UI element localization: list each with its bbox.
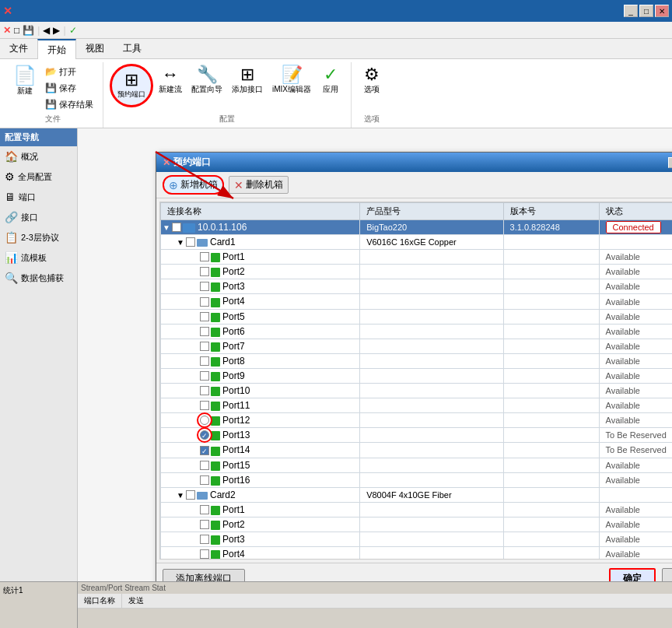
table-row[interactable]: Port2Available [161, 517, 673, 532]
row-checkbox[interactable] [186, 237, 195, 247]
row-version-cell [503, 472, 599, 487]
table-row[interactable]: Port4Available [161, 547, 673, 560]
table-row[interactable]: ▼Card2V8004F 4x10GE Fiber [161, 487, 673, 502]
dialog-minimize-btn[interactable]: _ [668, 157, 672, 168]
ribbon-btn-newflow[interactable]: ↔ 新建流 [155, 64, 186, 97]
expand-icon[interactable]: ▼ [177, 491, 186, 500]
row-checkbox[interactable] [200, 252, 209, 261]
sidebar-item-ports[interactable]: 🖥 端口 [0, 187, 77, 207]
table-row[interactable]: ✓Port14To Be Reserved [161, 443, 673, 458]
row-checkbox[interactable] [200, 386, 209, 395]
qa-check-icon[interactable]: ✓ [69, 25, 77, 36]
sidebar-item-global[interactable]: ⚙ 全局配置 [0, 167, 77, 187]
sidebar-item-flow[interactable]: 📊 流模板 [0, 247, 77, 268]
table-row[interactable]: Port3Available [161, 532, 673, 546]
expand-icon[interactable]: ▼ [177, 238, 186, 247]
row-checkbox[interactable] [200, 371, 209, 381]
table-row[interactable]: Port1Available [161, 250, 673, 265]
sidebar-interfaces-label: 接口 [21, 212, 38, 223]
table-row[interactable]: Port10Available [161, 384, 673, 398]
table-row[interactable]: Port12Available [161, 413, 673, 428]
table-row[interactable]: Port2Available [161, 265, 673, 279]
sidebar-item-capture[interactable]: 🔍 数据包捕获 [0, 268, 77, 288]
port-tree-table-container[interactable]: 连接名称 产品型号 版本号 状态 ▼10.0.11.106BigTao2203.… [159, 202, 672, 560]
row-checkbox[interactable] [200, 401, 209, 410]
dialog-title-buttons: _ □ ✕ [668, 157, 672, 168]
qa-x-icon: ✕ [3, 25, 11, 36]
menu-tab-start[interactable]: 开始 [37, 39, 76, 59]
row-checkbox[interactable] [200, 267, 209, 276]
ribbon-btn-options[interactable]: ⚙ 选项 [358, 64, 386, 97]
sidebar-item-interfaces[interactable]: 🔗 接口 [0, 207, 77, 227]
ribbon-group-options: ⚙ 选项 选项 [352, 62, 392, 128]
table-row[interactable]: Port8Available [161, 353, 673, 368]
ribbon-btn-save[interactable]: 💾 保存 [42, 80, 96, 96]
row-checkbox[interactable] [200, 297, 209, 307]
qa-back-icon[interactable]: ◀ [43, 25, 50, 36]
row-name-cell: ▼Card1 [161, 235, 360, 250]
row-checkbox[interactable] [200, 342, 209, 351]
row-checkbox[interactable] [200, 461, 209, 470]
row-checkbox[interactable]: ✓ [200, 430, 209, 440]
row-model-cell [360, 353, 503, 368]
table-row[interactable]: Port9Available [161, 368, 673, 383]
qa-forward-icon[interactable]: ▶ [53, 25, 60, 36]
maximize-button[interactable]: □ [639, 5, 653, 17]
add-chassis-button[interactable]: ⊕ 新增机箱 [163, 175, 224, 195]
menu-tab-view[interactable]: 视图 [76, 39, 114, 58]
reserve-port-dialog: ✕ 预约端口 _ □ ✕ ⊕ 新增机箱 ✕ 删 [156, 152, 672, 587]
table-row[interactable]: Port5Available [161, 309, 673, 324]
row-checkbox[interactable] [200, 549, 209, 559]
row-model-cell [360, 294, 503, 309]
table-row[interactable]: Port3Available [161, 279, 673, 294]
row-status-cell: Available [599, 324, 672, 339]
ribbon-btn-wizard[interactable]: 🔧 配置向导 [187, 64, 226, 97]
row-checkbox[interactable] [200, 475, 209, 485]
table-row[interactable]: ▼10.0.11.106BigTao2203.1.0.828248Connect… [161, 220, 673, 235]
port-icon [211, 253, 220, 262]
table-row[interactable]: Port16Available [161, 472, 673, 487]
table-row[interactable]: Port7Available [161, 339, 673, 353]
row-name-cell: Port16 [161, 472, 360, 487]
ribbon-btn-addport[interactable]: ⊞ 添加接口 [228, 64, 267, 97]
expand-icon[interactable]: ▼ [163, 223, 172, 232]
row-checkbox[interactable] [172, 223, 181, 232]
ribbon-btn-reserve-port[interactable]: ⊞ 预约端口 [110, 64, 153, 107]
capture-icon: 🔍 [5, 272, 18, 284]
qa-save-icon[interactable]: 💾 [23, 25, 34, 36]
row-checkbox[interactable] [200, 505, 209, 514]
ribbon-btn-new[interactable]: 📄 新建 [9, 64, 40, 99]
table-row[interactable]: ▼Card1V6016C 16xGE Copper [161, 235, 673, 250]
sidebar-item-protocol[interactable]: 📋 2-3层协议 [0, 227, 77, 247]
qa-new-icon[interactable]: □ [14, 25, 19, 36]
row-checkbox[interactable] [200, 282, 209, 291]
menu-tab-file[interactable]: 文件 [0, 39, 37, 58]
row-checkbox[interactable] [200, 327, 209, 336]
table-row[interactable]: Port4Available [161, 294, 673, 309]
table-row[interactable]: Port15Available [161, 458, 673, 472]
ribbon-btn-saveresult[interactable]: 💾 保存结果 [42, 96, 96, 112]
close-button[interactable]: ✕ [655, 5, 669, 17]
row-status-cell: Available [599, 339, 672, 353]
ribbon-newflow-label: 新建流 [159, 84, 182, 95]
ribbon-btn-apply[interactable]: ✓ 应用 [317, 64, 345, 97]
row-checkbox[interactable] [200, 520, 209, 529]
ribbon-btn-imix[interactable]: 📝 iMIX编辑器 [268, 64, 315, 97]
row-checkbox[interactable]: ✓ [200, 446, 209, 455]
sidebar-item-overview[interactable]: 🏠 概况 [0, 146, 77, 167]
table-row[interactable]: Port1Available [161, 502, 673, 517]
menu-tab-tools[interactable]: 工具 [114, 39, 151, 58]
table-row[interactable]: Port6Available [161, 324, 673, 339]
row-checkbox[interactable] [200, 416, 209, 425]
row-checkbox[interactable] [186, 490, 195, 500]
ribbon-btn-open[interactable]: 📂 打开 [42, 64, 96, 79]
minimize-button[interactable]: _ [624, 5, 638, 17]
row-checkbox[interactable] [200, 356, 209, 366]
row-checkbox[interactable] [200, 312, 209, 321]
row-name-text: Port1 [222, 251, 245, 262]
table-row[interactable]: ✓Port13To Be Reserved [161, 428, 673, 443]
col-connection-name: 连接名称 [161, 203, 360, 220]
table-row[interactable]: Port11Available [161, 398, 673, 413]
delete-chassis-button[interactable]: ✕ 删除机箱 [229, 176, 289, 194]
row-checkbox[interactable] [200, 535, 209, 544]
